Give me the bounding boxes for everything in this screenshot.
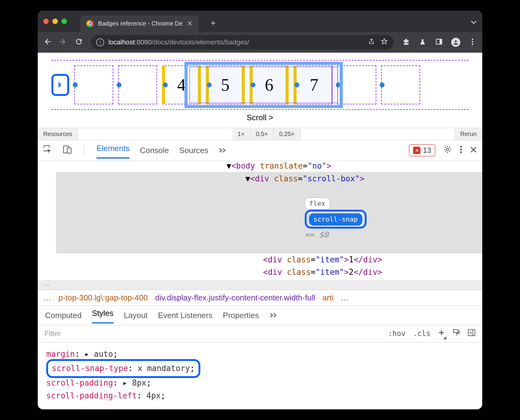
demo-toolbar: Resources 1× 0.5× 0.25× Rerun	[38, 128, 482, 140]
svg-rect-14	[468, 330, 475, 336]
site-info-icon[interactable]: i	[96, 38, 104, 46]
styles-filter-input[interactable]	[44, 329, 381, 338]
resources-button[interactable]: Resources	[38, 128, 78, 140]
scroll-item: 5	[206, 65, 245, 104]
paint-icon[interactable]	[452, 329, 460, 338]
scroll-hint-label: Scroll >	[38, 110, 482, 128]
styles-tabbar: Computed Styles Layout Event Listeners P…	[38, 306, 482, 325]
svg-point-5	[472, 43, 473, 45]
extensions-icon[interactable]	[402, 38, 410, 47]
tab-styles[interactable]: Styles	[92, 309, 114, 324]
svg-point-4	[472, 41, 473, 42]
back-button[interactable]	[43, 38, 51, 47]
tab-sources[interactable]: Sources	[179, 146, 208, 155]
error-count-badge[interactable]: ✕ 13	[409, 144, 435, 156]
snap-target-annotation	[51, 74, 69, 96]
menu-icon[interactable]	[468, 38, 477, 46]
tabs-overflow-icon[interactable]	[219, 146, 227, 155]
dom-line[interactable]: <div class="item">2</div>	[56, 266, 482, 278]
device-toggle-icon[interactable]	[63, 145, 72, 156]
scroll-item: 4	[162, 65, 201, 104]
breadcrumb[interactable]: … p-top-300.lg\:gap-top-400 div.display-…	[38, 290, 482, 306]
new-tab-button[interactable]: ＋	[209, 17, 217, 29]
devtools-panel: Elements Console Sources ✕ 13	[38, 140, 482, 410]
cls-toggle[interactable]: .cls	[413, 329, 430, 338]
scroll-snap-badge[interactable]: scroll-snap	[309, 213, 363, 226]
panel-icon[interactable]	[435, 38, 443, 46]
zoom-1x[interactable]: 1×	[232, 128, 251, 140]
maximize-window-button[interactable]	[61, 19, 67, 24]
dom-selected-line[interactable]: ▼<div class="scroll-box"> flex scroll-sn…	[56, 172, 482, 254]
styles-filter-bar: :hov .cls	[38, 325, 482, 342]
dom-tree[interactable]: ▼<body translate="no"> ▼<div class="scro…	[38, 161, 482, 280]
hov-toggle[interactable]: :hov	[388, 329, 406, 338]
selected-node-indicator: == $0	[305, 230, 329, 239]
url-host: localhost	[108, 38, 135, 46]
zoom-025x[interactable]: 0.25×	[274, 128, 300, 140]
scroll-item	[381, 65, 420, 104]
tab-layout[interactable]: Layout	[124, 311, 148, 320]
reload-button[interactable]	[75, 38, 83, 47]
devtools-tabbar: Elements Console Sources ✕ 13	[38, 140, 482, 161]
breadcrumb-item[interactable]: arti	[322, 293, 333, 303]
svg-rect-13	[453, 330, 458, 333]
settings-icon[interactable]	[443, 145, 452, 156]
zoom-05x[interactable]: 0.5×	[250, 128, 273, 140]
error-count: 13	[423, 146, 431, 155]
share-icon[interactable]	[367, 38, 376, 47]
breadcrumb-item[interactable]: p-top-300.lg\:gap-top-400	[58, 293, 148, 303]
forward-button[interactable]	[59, 38, 67, 47]
css-rule[interactable]: scroll-padding: ▸ 8px;	[46, 377, 474, 390]
css-rule[interactable]: scroll-padding-left: 4px;	[46, 390, 474, 402]
bookmark-icon[interactable]	[380, 38, 388, 47]
styles-tabs-overflow-icon[interactable]	[269, 311, 278, 320]
css-rule[interactable]: margin: ▸ auto;	[46, 348, 474, 361]
scroll-item	[74, 65, 113, 104]
dom-line[interactable]: ▼<body translate="no">	[56, 161, 482, 172]
rerun-button[interactable]: Rerun	[455, 128, 482, 140]
scroll-item	[118, 65, 157, 104]
labs-icon[interactable]	[418, 38, 427, 47]
traffic-lights	[43, 19, 67, 24]
tab-computed[interactable]: Computed	[45, 311, 82, 320]
svg-point-11	[460, 149, 462, 150]
svg-point-9	[446, 148, 449, 151]
tab-properties[interactable]: Properties	[223, 311, 259, 320]
styles-pane[interactable]: margin: ▸ auto; scroll-snap-type: x mand…	[38, 342, 482, 409]
url-field[interactable]: i localhost:8080/docs/devtools/elements/…	[91, 35, 394, 50]
breadcrumb-overflow[interactable]: …	[341, 293, 349, 303]
svg-point-10	[460, 146, 462, 148]
profile-avatar[interactable]	[451, 38, 460, 47]
new-rule-icon[interactable]	[438, 329, 445, 338]
close-window-button[interactable]	[43, 19, 49, 24]
browser-tab[interactable]: Badges reference - Chrome De ✕	[80, 16, 199, 32]
scroll-item: 7	[293, 65, 332, 104]
svg-point-12	[460, 151, 462, 153]
tab-title: Badges reference - Chrome De	[98, 20, 183, 27]
breadcrumb-item[interactable]: div.display-flex.justify-content-center.…	[155, 293, 315, 303]
url-path: /docs/devtools/elements/badges/	[152, 38, 249, 46]
inspect-icon[interactable]	[43, 145, 52, 156]
dom-line[interactable]: <div class="item">1</div>	[56, 254, 482, 266]
tab-console[interactable]: Console	[140, 146, 169, 155]
close-tab-icon[interactable]: ✕	[187, 20, 192, 28]
more-icon[interactable]	[460, 145, 462, 156]
snap-point-indicator	[51, 74, 69, 96]
tab-elements[interactable]: Elements	[97, 144, 129, 159]
dom-overflow-dots[interactable]: ⋯	[38, 280, 482, 290]
svg-point-3	[472, 38, 473, 40]
scroll-snap-demo[interactable]: 4 5 6 7	[51, 60, 469, 110]
tabs-overflow-icon[interactable]	[471, 20, 477, 26]
breadcrumb-overflow[interactable]: …	[43, 293, 51, 303]
svg-rect-1	[440, 39, 442, 44]
page-content: 4 5 6 7 Scroll > Resources 1× 0.5× 0.25×…	[38, 53, 482, 140]
close-devtools-icon[interactable]	[470, 146, 477, 155]
error-icon: ✕	[413, 147, 420, 154]
address-bar: i localhost:8080/docs/devtools/elements/…	[38, 32, 482, 53]
scroll-item	[337, 65, 376, 104]
tab-event-listeners[interactable]: Event Listeners	[158, 311, 213, 320]
flex-badge[interactable]: flex	[305, 198, 330, 210]
css-rule-highlighted[interactable]: scroll-snap-type: x mandatory;	[46, 360, 474, 377]
sidebar-toggle-icon[interactable]	[468, 329, 476, 338]
minimize-window-button[interactable]	[52, 19, 58, 24]
